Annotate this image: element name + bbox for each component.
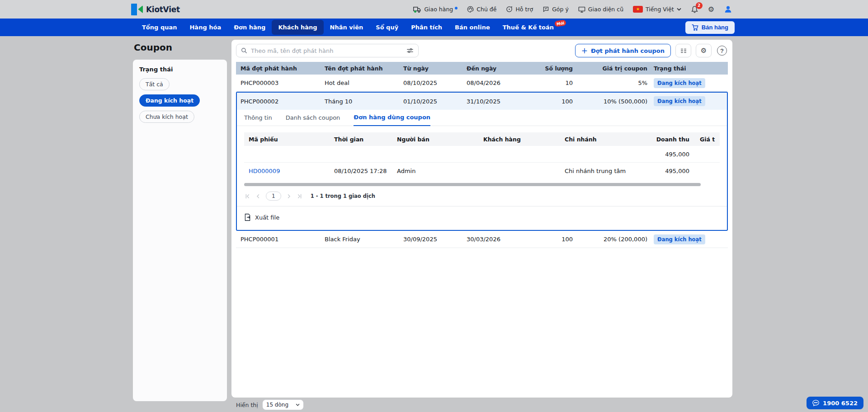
nav-ban-online[interactable]: Bán online [448,20,496,35]
support-menu[interactable]: Hỗ trợ [506,6,533,13]
sidebar: Coupon Trạng thái Tất cả Đang kích hoạt … [133,40,227,401]
feedback-menu[interactable]: Góp ý [542,6,569,13]
col-to: Đến ngày [467,65,516,72]
nav-so-quy[interactable]: Sổ quỹ [369,20,405,35]
chevron-down-icon [677,8,681,11]
notification-count-badge: 2 [696,2,703,9]
subtable-row-HD000009[interactable]: HD000009 08/10/2025 17:28 Admin Chi nhán… [244,163,720,179]
subcol-customer: Khách hàng [483,136,565,143]
subtable-summary-row: 495,000 [244,146,720,163]
rows-per-page-select[interactable]: 15 dòng [262,399,304,410]
expanded-coupon-detail: PHCP000002 Tháng 10 01/10/2025 31/10/202… [236,92,728,231]
coupon-table-header: Mã đợt phát hành Tên đợt phát hành Từ ng… [236,62,728,75]
delivery-notification-dot [455,7,458,9]
help-button[interactable]: ? [717,46,727,56]
nav-tong-quan[interactable]: Tổng quan [136,20,183,35]
delivery-truck-icon [413,6,421,13]
hotline-number: 1900 6522 [823,400,858,407]
filter-all[interactable]: Tất cả [139,78,170,90]
subcol-value-clipped: Giá t [700,136,720,143]
export-file-button[interactable]: Xuất file [237,206,296,230]
coupon-main-panel: + Đợt phát hành coupon ⚙ ? Mã đợt [231,40,732,398]
filter-active[interactable]: Đang kích hoạt [139,94,200,107]
horizontal-scrollbar[interactable] [244,183,701,186]
nav-nhan-vien[interactable]: Nhân viên [324,20,370,35]
nav-khach-hang[interactable]: Khách hàng [272,20,323,35]
subcol-branch: Chi nhánh [565,136,628,143]
theme-label: Chủ đề [476,6,496,13]
sell-button-label: Bán hàng [702,24,728,31]
cart-icon [692,24,698,31]
col-from: Từ ngày [403,65,467,72]
support-label: Hỗ trợ [515,6,533,13]
status-badge: Đang kích hoạt [654,96,705,106]
col-code: Mã đợt phát hành [241,65,325,72]
subcol-revenue: Doanh thu [628,136,689,143]
export-label: Xuất file [255,214,279,221]
nav-phan-tich[interactable]: Phân tích [405,20,448,35]
theme-menu[interactable]: Chủ đề [467,6,496,13]
language-selector[interactable]: ★ Tiếng Việt [633,6,681,13]
top-header: KiotViet Giao hàng Chủ đề Hỗ trợ Góp [0,0,868,19]
new-badge: Mới [554,19,566,27]
columns-list-icon [680,48,687,54]
first-page-button[interactable] [245,194,250,199]
status-filter-card: Trạng thái Tất cả Đang kích hoạt Chưa kí… [133,60,227,401]
filter-sliders-icon[interactable] [406,47,414,54]
settings-gear-icon[interactable]: ⚙ [708,5,714,14]
nav-hang-hoa[interactable]: Hàng hóa [183,20,227,35]
create-coupon-button[interactable]: + Đợt phát hành coupon [575,44,671,57]
nav-thue-ke-toan[interactable]: Thuế & Kế toán Mới [496,20,572,35]
user-account-button[interactable] [724,5,732,14]
page-number-button[interactable]: 1 [266,192,281,201]
subcol-time: Thời gian [334,136,397,143]
coupon-row-PHCP000001[interactable]: PHCP000001 Black Friday 30/09/2025 30/03… [236,231,728,248]
old-ui-menu[interactable]: Giao diện cũ [578,6,623,13]
coupon-row-PHCP000003[interactable]: PHCP000003 Hot deal 08/10/2025 08/04/202… [236,75,728,92]
nav-don-hang[interactable]: Đơn hàng [227,20,272,35]
delivery-menu[interactable]: Giao hàng [413,6,458,13]
status-badge: Đang kích hoạt [654,234,705,244]
feedback-icon [542,6,549,13]
logo-text: KiotViet [146,5,180,14]
feedback-label: Góp ý [552,6,569,13]
prev-page-button[interactable] [256,194,260,199]
vietnam-flag-icon: ★ [633,6,643,13]
monitor-icon [578,6,585,13]
gear-icon: ⚙ [701,47,707,55]
filter-inactive[interactable]: Chưa kích hoạt [139,111,194,123]
display-label: Hiển thị [236,402,258,408]
tab-don-hang-dung-coupon[interactable]: Đơn hàng dùng coupon [354,114,430,126]
last-page-button[interactable] [297,194,302,199]
language-label: Tiếng Việt [646,6,674,13]
main-navigation: Tổng quan Hàng hóa Đơn hàng Khách hàng N… [0,19,868,36]
subtable-pagination: 1 1 - 1 trong 1 giao dịch [244,191,720,206]
search-box [236,44,419,57]
search-input[interactable] [251,47,403,54]
notifications-button[interactable]: 2 [691,5,698,14]
subcol-id: Mã phiếu [249,136,334,143]
tab-danh-sach-coupon[interactable]: Danh sách coupon [286,114,340,126]
kiotviet-logo-icon [131,4,143,15]
subtable-header: Mã phiếu Thời gian Người bán Khách hàng … [244,132,720,146]
sell-button[interactable]: Bán hàng [685,21,735,34]
coupon-table: Mã đợt phát hành Tên đợt phát hành Từ ng… [236,62,728,248]
plus-icon: + [581,47,588,55]
tab-thong-tin[interactable]: Thông tin [244,114,272,126]
subcol-seller: Người bán [397,136,483,143]
create-coupon-label: Đợt phát hành coupon [591,47,665,54]
col-name: Tên đợt phát hành [325,65,403,72]
next-page-button[interactable] [287,194,291,199]
invoice-link[interactable]: HD000009 [249,168,334,174]
summary-revenue: 495,000 [628,151,689,158]
coupon-row-PHCP000002[interactable]: PHCP000002 Tháng 10 01/10/2025 31/10/202… [237,93,727,110]
chevron-down-icon [296,403,300,406]
table-settings-button[interactable]: ⚙ [696,44,712,57]
old-ui-label: Giao diện cũ [588,6,623,13]
column-settings-button[interactable] [675,44,691,57]
pagination-info: 1 - 1 trong 1 giao dịch [311,193,375,199]
search-icon [241,47,247,54]
export-icon [244,214,251,221]
hotline-button[interactable]: 1900 6522 [807,397,863,409]
kiotviet-logo[interactable]: KiotViet [131,4,180,15]
